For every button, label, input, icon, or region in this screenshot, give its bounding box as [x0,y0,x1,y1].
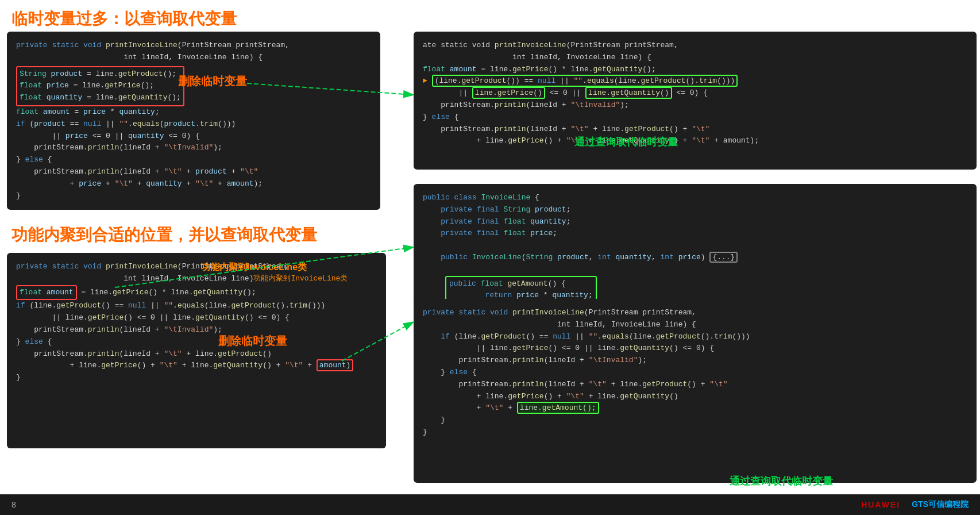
code-block-bottom-left: private static void printInvoiceLine(Pri… [7,253,386,448]
annotation-delete-temp-2: 删除临时变量 [218,333,287,349]
code-block-top-right: ate static void printInvoiceLine(PrintSt… [414,32,977,170]
bottom-bar: 8 HUAWEI GTS可信编程院 [0,494,980,515]
section-title-2: 功能内聚到合适的位置，并以查询取代变量 [11,224,317,246]
annotation-move-class: 功能内聚到InvoiceLine类 [201,262,307,274]
brand-huawei: HUAWEI [861,500,900,509]
annotation-replace-query-2: 通过查询取代临时变量 [730,474,833,488]
section-title-1: 临时变量过多：以查询取代变量 [11,8,237,30]
page-number: 8 [11,500,16,509]
brand-gts: GTS可信编程院 [912,499,969,510]
code-block-top-left: private static void printInvoiceLine(Pri… [7,32,380,210]
annotation-delete-temp-1: 删除临时变量 [178,74,247,89]
page: 临时变量过多：以查询取代变量 private static void print… [0,0,980,515]
code-block-bottom-right: private static void printInvoiceLine(Pri… [414,299,977,483]
annotation-replace-query-1: 通过查询取代临时变量 [574,135,678,149]
